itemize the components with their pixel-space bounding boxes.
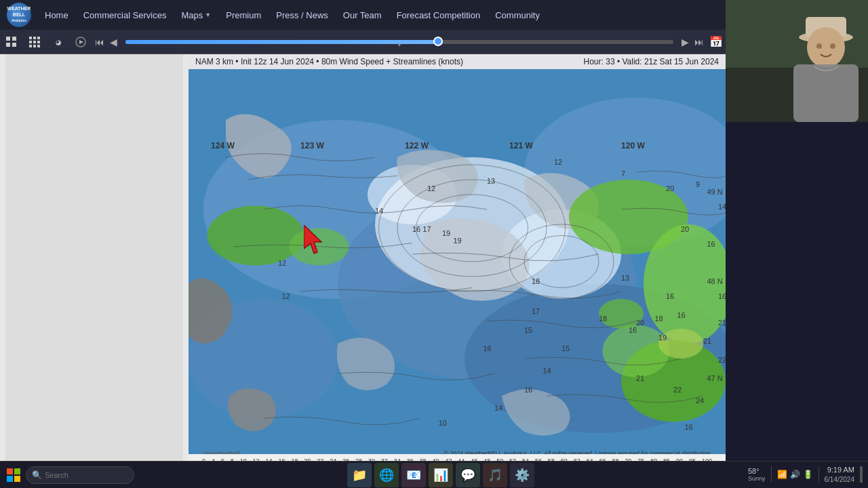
map-info-bar: NAM 3 km • Init 12z 14 Jun 2024 • 80m Wi… xyxy=(189,54,726,69)
svg-text:18: 18 xyxy=(655,314,663,323)
end-button[interactable]: ⏭ xyxy=(692,37,707,47)
svg-text:21: 21 xyxy=(718,319,726,327)
nav-press[interactable]: Press / News xyxy=(269,0,335,30)
model-init: Init 12z 14 Jun 2024 xyxy=(241,57,314,66)
taskbar-right: 58° Sunny 📶 🔊 🔋 9:19 AM 6/14/2024 xyxy=(743,465,868,485)
search-box[interactable]: 🔍 xyxy=(26,466,134,484)
svg-text:122 W: 122 W xyxy=(405,141,429,150)
nav-premium[interactable]: Premium xyxy=(219,0,268,30)
svg-text:14: 14 xyxy=(718,203,726,211)
rewind-button[interactable]: ⏮ xyxy=(92,37,107,47)
tray-sound[interactable]: 🔊 xyxy=(790,470,800,479)
map-valid-info: Hour: 33 • Valid: 21z Sat 15 Jun 2024 xyxy=(584,57,719,66)
map-model-info: NAM 3 km • Init 12z 14 Jun 2024 • 80m Wi… xyxy=(195,57,463,66)
svg-text:21: 21 xyxy=(703,337,711,345)
svg-text:121 W: 121 W xyxy=(509,141,534,150)
svg-text:16: 16 xyxy=(677,311,686,319)
maps-dropdown-arrow: ▼ xyxy=(205,12,211,18)
svg-rect-5 xyxy=(33,37,36,39)
svg-rect-9 xyxy=(37,41,40,43)
svg-text:120 W: 120 W xyxy=(621,141,646,150)
toolbar: ⏮ ◀ ▼ ▶ ⏭ 📅 xyxy=(0,30,726,54)
tray-show-desktop[interactable] xyxy=(860,466,863,483)
taskbar-center: 📁 🌐 📧 📊 💬 🎵 ⚙️ xyxy=(140,463,743,487)
logo-area[interactable]: WEATHERBELLAnalytics xyxy=(0,3,38,27)
nav-ourteam[interactable]: Our Team xyxy=(336,0,389,30)
valid-label: Valid: 21z Sat 15 Jun 2024 xyxy=(622,57,719,66)
svg-text:WeatherBell: WeatherBell xyxy=(203,449,240,454)
map-container[interactable]: 124 W 123 W 122 W 121 W 120 W 49 N 48 N … xyxy=(189,69,726,454)
svg-rect-3 xyxy=(12,43,16,47)
calendar-button[interactable]: 📅 xyxy=(707,33,726,52)
svg-rect-6 xyxy=(37,37,40,39)
svg-text:20: 20 xyxy=(636,319,644,327)
nav-maps[interactable]: Maps ▼ xyxy=(175,0,218,30)
svg-text:21: 21 xyxy=(636,374,644,382)
grid-view-button[interactable] xyxy=(1,31,22,53)
nav-home[interactable]: Home xyxy=(38,0,75,30)
webcam-panel xyxy=(726,0,868,122)
taskbar-left: 🔍 xyxy=(0,466,140,484)
taskbar-app6[interactable]: 🎵 xyxy=(483,463,507,487)
svg-point-24 xyxy=(208,206,304,266)
svg-text:15: 15 xyxy=(561,344,570,352)
tiles-view-button[interactable] xyxy=(24,31,45,53)
svg-text:12: 12 xyxy=(427,184,435,192)
svg-text:13: 13 xyxy=(621,274,629,282)
weatherbell-logo[interactable]: WEATHERBELLAnalytics xyxy=(7,3,31,27)
svg-text:16: 16 xyxy=(524,386,532,394)
svg-rect-7 xyxy=(29,41,32,43)
tray-network[interactable]: 📶 xyxy=(777,470,787,479)
svg-text:10: 10 xyxy=(439,419,447,427)
tray-battery[interactable]: 🔋 xyxy=(803,470,813,479)
taskbar-app4[interactable]: 📊 xyxy=(429,463,453,487)
nav-links: Home Commercial Services Maps ▼ Premium … xyxy=(38,0,547,30)
svg-text:14: 14 xyxy=(494,404,502,412)
timeline-thumb[interactable] xyxy=(433,37,443,46)
svg-rect-1 xyxy=(12,37,16,41)
settings-button[interactable] xyxy=(47,31,68,53)
model-separator2: • xyxy=(316,57,321,66)
svg-rect-10 xyxy=(29,45,32,47)
svg-text:19: 19 xyxy=(454,237,462,245)
svg-text:20: 20 xyxy=(681,225,689,233)
svg-text:16: 16 xyxy=(484,344,492,352)
svg-text:7: 7 xyxy=(621,169,625,178)
svg-rect-99 xyxy=(7,468,13,474)
svg-text:20: 20 xyxy=(666,184,674,192)
taskbar-chrome[interactable]: 🌐 xyxy=(374,463,399,487)
svg-text:18: 18 xyxy=(599,314,607,323)
svg-text:16 17: 16 17 xyxy=(412,225,431,233)
search-input[interactable] xyxy=(45,471,126,479)
svg-text:16: 16 xyxy=(629,326,637,334)
sidebar-left xyxy=(0,30,189,488)
svg-rect-0 xyxy=(6,37,10,41)
taskbar-file-explorer[interactable]: 📁 xyxy=(347,463,372,487)
svg-rect-102 xyxy=(14,476,20,482)
svg-rect-12 xyxy=(37,45,40,47)
start-button[interactable] xyxy=(5,467,22,483)
svg-text:16: 16 xyxy=(685,423,693,431)
svg-rect-101 xyxy=(7,476,13,482)
taskbar-app3[interactable]: 📧 xyxy=(401,463,426,487)
svg-rect-11 xyxy=(33,45,36,47)
play-button[interactable] xyxy=(70,31,92,53)
timeline-container: ▼ xyxy=(120,40,679,44)
taskbar-app5[interactable]: 💬 xyxy=(456,463,480,487)
svg-text:14: 14 xyxy=(542,367,551,375)
nav-community[interactable]: Community xyxy=(488,0,547,30)
back-button[interactable]: ◀ xyxy=(107,37,120,47)
svg-rect-2 xyxy=(6,43,10,47)
svg-text:12: 12 xyxy=(282,292,290,300)
navbar: WEATHERBELLAnalytics Home Commercial Ser… xyxy=(0,0,726,30)
webcam-background xyxy=(726,0,868,122)
svg-text:17: 17 xyxy=(532,307,540,315)
model-product: 80m Wind Speed + Streamlines (knots) xyxy=(321,57,463,66)
nav-commercial[interactable]: Commercial Services xyxy=(77,0,174,30)
svg-text:15: 15 xyxy=(524,326,532,334)
taskbar-app7[interactable]: ⚙️ xyxy=(510,463,534,487)
svg-text:123 W: 123 W xyxy=(300,141,325,150)
nav-forecast[interactable]: Forecast Competition xyxy=(390,0,488,30)
svg-text:12: 12 xyxy=(554,158,562,166)
forward-button[interactable]: ▶ xyxy=(679,37,692,47)
